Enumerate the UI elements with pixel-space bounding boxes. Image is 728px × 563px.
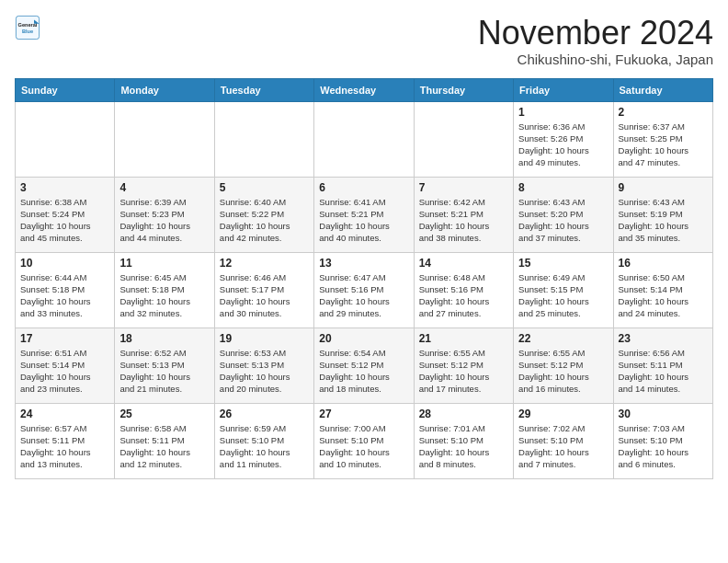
calendar-cell: 29Sunrise: 7:02 AM Sunset: 5:10 PM Dayli… — [514, 403, 613, 478]
day-number: 6 — [319, 181, 408, 194]
calendar-cell: 27Sunrise: 7:00 AM Sunset: 5:10 PM Dayli… — [314, 403, 414, 478]
day-info: Sunrise: 6:37 AM Sunset: 5:25 PM Dayligh… — [619, 121, 708, 169]
day-info: Sunrise: 6:46 AM Sunset: 5:17 PM Dayligh… — [220, 271, 309, 320]
calendar-cell: 26Sunrise: 6:59 AM Sunset: 5:10 PM Dayli… — [214, 403, 313, 478]
calendar-cell: 12Sunrise: 6:46 AM Sunset: 5:17 PM Dayli… — [214, 252, 313, 327]
calendar-table: SundayMondayTuesdayWednesdayThursdayFrid… — [15, 78, 713, 479]
day-number: 15 — [518, 257, 608, 270]
logo-icon: General Blue — [15, 15, 40, 40]
day-info: Sunrise: 6:49 AM Sunset: 5:15 PM Dayligh… — [518, 271, 608, 320]
calendar-cell: 13Sunrise: 6:47 AM Sunset: 5:16 PM Dayli… — [314, 252, 414, 327]
day-info: Sunrise: 6:44 AM Sunset: 5:18 PM Dayligh… — [20, 271, 109, 320]
day-info: Sunrise: 7:00 AM Sunset: 5:10 PM Dayligh… — [319, 422, 408, 471]
day-number: 30 — [619, 408, 708, 420]
day-number: 14 — [419, 257, 508, 270]
calendar-header-saturday: Saturday — [613, 78, 712, 101]
day-info: Sunrise: 6:36 AM Sunset: 5:26 PM Dayligh… — [518, 121, 608, 169]
day-number: 5 — [220, 181, 309, 194]
calendar-week-1: 1Sunrise: 6:36 AM Sunset: 5:26 PM Daylig… — [16, 101, 713, 177]
title-block: November 2024 Chikushino-shi, Fukuoka, J… — [478, 15, 713, 67]
day-info: Sunrise: 6:38 AM Sunset: 5:24 PM Dayligh… — [20, 196, 109, 245]
svg-text:Blue: Blue — [22, 29, 33, 34]
calendar-cell — [115, 101, 214, 177]
day-info: Sunrise: 6:50 AM Sunset: 5:14 PM Dayligh… — [619, 271, 708, 320]
day-info: Sunrise: 6:55 AM Sunset: 5:12 PM Dayligh… — [419, 347, 508, 396]
calendar-cell — [16, 101, 115, 177]
day-info: Sunrise: 6:58 AM Sunset: 5:11 PM Dayligh… — [119, 422, 209, 471]
day-number: 28 — [419, 408, 508, 420]
calendar-cell: 21Sunrise: 6:55 AM Sunset: 5:12 PM Dayli… — [414, 327, 513, 403]
calendar-header-monday: Monday — [115, 78, 214, 101]
calendar-header-thursday: Thursday — [414, 78, 513, 101]
day-info: Sunrise: 6:43 AM Sunset: 5:19 PM Dayligh… — [619, 196, 708, 245]
day-info: Sunrise: 6:41 AM Sunset: 5:21 PM Dayligh… — [319, 196, 408, 245]
day-number: 29 — [518, 408, 608, 420]
day-number: 22 — [518, 332, 608, 345]
day-number: 26 — [220, 408, 309, 420]
day-number: 11 — [119, 257, 209, 270]
day-info: Sunrise: 6:45 AM Sunset: 5:18 PM Dayligh… — [119, 271, 209, 320]
calendar-cell: 30Sunrise: 7:03 AM Sunset: 5:10 PM Dayli… — [613, 403, 712, 478]
day-info: Sunrise: 6:53 AM Sunset: 5:13 PM Dayligh… — [220, 347, 309, 396]
calendar-body: 1Sunrise: 6:36 AM Sunset: 5:26 PM Daylig… — [16, 101, 713, 478]
day-number: 9 — [619, 181, 708, 194]
calendar-week-3: 10Sunrise: 6:44 AM Sunset: 5:18 PM Dayli… — [16, 252, 713, 327]
day-info: Sunrise: 7:02 AM Sunset: 5:10 PM Dayligh… — [518, 422, 608, 471]
location-subtitle: Chikushino-shi, Fukuoka, Japan — [478, 52, 713, 67]
page-header: General Blue November 2024 Chikushino-sh… — [15, 15, 713, 67]
calendar-cell: 18Sunrise: 6:52 AM Sunset: 5:13 PM Dayli… — [115, 327, 214, 403]
calendar-cell: 2Sunrise: 6:37 AM Sunset: 5:25 PM Daylig… — [613, 101, 712, 177]
calendar-cell: 1Sunrise: 6:36 AM Sunset: 5:26 PM Daylig… — [514, 101, 613, 177]
calendar-cell: 9Sunrise: 6:43 AM Sunset: 5:19 PM Daylig… — [613, 177, 712, 252]
day-number: 16 — [619, 257, 708, 270]
calendar-cell — [314, 101, 414, 177]
day-number: 4 — [119, 181, 209, 194]
calendar-cell: 28Sunrise: 7:01 AM Sunset: 5:10 PM Dayli… — [414, 403, 513, 478]
day-info: Sunrise: 7:03 AM Sunset: 5:10 PM Dayligh… — [619, 422, 708, 471]
day-number: 12 — [220, 257, 309, 270]
day-number: 2 — [619, 106, 708, 119]
calendar-week-4: 17Sunrise: 6:51 AM Sunset: 5:14 PM Dayli… — [16, 327, 713, 403]
calendar-cell: 5Sunrise: 6:40 AM Sunset: 5:22 PM Daylig… — [214, 177, 313, 252]
day-info: Sunrise: 6:39 AM Sunset: 5:23 PM Dayligh… — [119, 196, 209, 245]
day-number: 20 — [319, 332, 408, 345]
day-info: Sunrise: 6:40 AM Sunset: 5:22 PM Dayligh… — [220, 196, 309, 245]
calendar-cell: 14Sunrise: 6:48 AM Sunset: 5:16 PM Dayli… — [414, 252, 513, 327]
calendar-header-wednesday: Wednesday — [314, 78, 414, 101]
calendar-cell: 3Sunrise: 6:38 AM Sunset: 5:24 PM Daylig… — [16, 177, 115, 252]
calendar-cell: 4Sunrise: 6:39 AM Sunset: 5:23 PM Daylig… — [115, 177, 214, 252]
day-number: 24 — [20, 408, 109, 420]
calendar-cell: 16Sunrise: 6:50 AM Sunset: 5:14 PM Dayli… — [613, 252, 712, 327]
calendar-cell — [414, 101, 513, 177]
day-number: 18 — [119, 332, 209, 345]
calendar-cell: 24Sunrise: 6:57 AM Sunset: 5:11 PM Dayli… — [16, 403, 115, 478]
day-info: Sunrise: 7:01 AM Sunset: 5:10 PM Dayligh… — [419, 422, 508, 471]
month-title: November 2024 — [478, 15, 713, 52]
calendar-cell: 6Sunrise: 6:41 AM Sunset: 5:21 PM Daylig… — [314, 177, 414, 252]
day-info: Sunrise: 6:42 AM Sunset: 5:21 PM Dayligh… — [419, 196, 508, 245]
day-number: 8 — [518, 181, 608, 194]
day-number: 23 — [619, 332, 708, 345]
day-number: 27 — [319, 408, 408, 420]
day-number: 21 — [419, 332, 508, 345]
calendar-cell: 17Sunrise: 6:51 AM Sunset: 5:14 PM Dayli… — [16, 327, 115, 403]
day-number: 1 — [518, 106, 608, 119]
day-info: Sunrise: 6:48 AM Sunset: 5:16 PM Dayligh… — [419, 271, 508, 320]
day-info: Sunrise: 6:52 AM Sunset: 5:13 PM Dayligh… — [119, 347, 209, 396]
calendar-cell: 19Sunrise: 6:53 AM Sunset: 5:13 PM Dayli… — [214, 327, 313, 403]
calendar-cell: 11Sunrise: 6:45 AM Sunset: 5:18 PM Dayli… — [115, 252, 214, 327]
day-number: 3 — [20, 181, 109, 194]
calendar-header-tuesday: Tuesday — [214, 78, 313, 101]
calendar-cell: 25Sunrise: 6:58 AM Sunset: 5:11 PM Dayli… — [115, 403, 214, 478]
logo: General Blue — [15, 15, 40, 40]
day-number: 25 — [119, 408, 209, 420]
calendar-cell: 20Sunrise: 6:54 AM Sunset: 5:12 PM Dayli… — [314, 327, 414, 403]
calendar-cell: 7Sunrise: 6:42 AM Sunset: 5:21 PM Daylig… — [414, 177, 513, 252]
day-info: Sunrise: 6:57 AM Sunset: 5:11 PM Dayligh… — [20, 422, 109, 471]
day-info: Sunrise: 6:43 AM Sunset: 5:20 PM Dayligh… — [518, 196, 608, 245]
calendar-week-2: 3Sunrise: 6:38 AM Sunset: 5:24 PM Daylig… — [16, 177, 713, 252]
day-info: Sunrise: 6:55 AM Sunset: 5:12 PM Dayligh… — [518, 347, 608, 396]
day-info: Sunrise: 6:47 AM Sunset: 5:16 PM Dayligh… — [319, 271, 408, 320]
calendar-week-5: 24Sunrise: 6:57 AM Sunset: 5:11 PM Dayli… — [16, 403, 713, 478]
calendar-cell: 10Sunrise: 6:44 AM Sunset: 5:18 PM Dayli… — [16, 252, 115, 327]
